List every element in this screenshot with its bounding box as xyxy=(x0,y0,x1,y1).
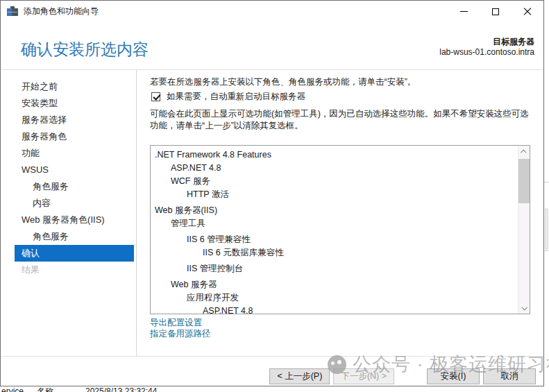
page-title: 确认安装所选内容 xyxy=(21,39,149,60)
optional-features-note: 可能会在此页面上显示可选功能(如管理工具)，因为已自动选择这些功能。如果不希望安… xyxy=(150,108,537,132)
maximize-icon xyxy=(492,8,499,15)
listbox-scrollbar[interactable] xyxy=(518,146,530,314)
restart-checkbox-label: 如果需要，自动重新启动目标服务器 xyxy=(167,91,305,103)
restart-checkbox-row: 如果需要，自动重新启动目标服务器 xyxy=(151,91,305,103)
sidebar-item: 结果 xyxy=(15,262,134,278)
selection-tree-item: Web 服务器(IIS) xyxy=(151,204,514,217)
action-links: 导出配置设置指定备用源路径 xyxy=(150,317,211,339)
next-button: 下一步(N) > xyxy=(333,368,394,384)
previous-button[interactable]: < 上一步(P) xyxy=(269,368,330,384)
sidebar-item[interactable]: 确认 xyxy=(15,245,134,262)
background-text-fragment: 名称 xyxy=(37,386,53,392)
intro-text: 若要在所选服务器上安装以下角色、角色服务或功能，请单击“安装”。 xyxy=(150,76,539,88)
minimize-icon xyxy=(460,11,468,12)
selection-tree-item: IIS 6 管理兼容性 xyxy=(151,233,514,246)
background-window-bottom-strip: ervice名称2025/8/13 23:32:44 xyxy=(0,386,549,392)
sidebar-item[interactable]: 功能 xyxy=(15,145,134,162)
sidebar-item[interactable]: 内容 xyxy=(15,195,134,212)
install-button[interactable]: 安装(I) xyxy=(427,368,480,384)
selection-tree-item: Web 服务器 xyxy=(151,278,514,291)
scroll-up-button[interactable] xyxy=(518,146,530,157)
selection-tree: .NET Framework 4.8 FeaturesASP.NET 4.8WC… xyxy=(151,148,514,314)
selection-tree-item: 管理工具 xyxy=(151,217,514,230)
background-window-right-sliver xyxy=(544,0,549,386)
title-bar: 添加角色和功能向导 xyxy=(1,1,543,22)
export-config-settings-link[interactable]: 导出配置设置 xyxy=(150,317,211,328)
selection-tree-item: IIS 6 元数据库兼容性 xyxy=(151,246,514,259)
sidebar-item[interactable]: WSUS xyxy=(15,162,134,178)
target-server-label: 目标服务器 xyxy=(439,37,534,47)
add-roles-features-wizard-window: 添加角色和功能向导 确认安装所选内容 目标服务器 lab-wsus-01.con… xyxy=(0,0,544,386)
sidebar-item[interactable]: 安装类型 xyxy=(15,95,134,112)
selection-listbox: .NET Framework 4.8 FeaturesASP.NET 4.8WC… xyxy=(150,145,530,314)
scroll-down-button[interactable] xyxy=(518,302,530,314)
selection-tree-item: HTTP 激活 xyxy=(151,188,514,201)
background-text-fragment: 2025/8/13 23:32:44 xyxy=(85,386,157,392)
selection-tree-item: ASP.NET 4.8 xyxy=(151,162,514,175)
chevron-down-icon xyxy=(521,305,527,310)
background-divider-line xyxy=(544,250,549,251)
selection-tree-item: 应用程序开发 xyxy=(151,291,514,305)
maximize-button[interactable] xyxy=(480,1,512,22)
selection-tree-item: WCF 服务 xyxy=(151,175,514,188)
selection-tree-item: ASP.NET 4.8 xyxy=(151,305,514,314)
sidebar-item[interactable]: 服务器角色 xyxy=(15,128,134,145)
minimize-button[interactable] xyxy=(448,1,480,22)
background-divider-line xyxy=(544,182,549,182)
chevron-up-icon xyxy=(521,149,526,155)
close-button[interactable] xyxy=(512,1,543,22)
sidebar-item[interactable]: Web 服务器角色(IIS) xyxy=(15,212,134,228)
sidebar-item[interactable]: 角色服务 xyxy=(15,178,134,195)
wizard-nav-list: 开始之前安装类型服务器选择服务器角色功能WSUS角色服务内容Web 服务器角色(… xyxy=(1,70,137,356)
footer-button-bar: < 上一步(P)下一步(N) >安装(I)取消 xyxy=(269,368,536,384)
scrollbar-thumb[interactable] xyxy=(518,159,530,203)
cancel-button[interactable]: 取消 xyxy=(483,368,536,384)
selection-tree-item: IIS 管理控制台 xyxy=(151,262,514,275)
close-icon xyxy=(523,8,532,16)
footer-divider xyxy=(1,356,543,357)
sidebar-item[interactable]: 开始之前 xyxy=(15,78,134,95)
window-controls xyxy=(448,1,543,22)
sidebar-item[interactable]: 角色服务 xyxy=(15,228,134,245)
restart-checkbox[interactable] xyxy=(151,92,160,101)
server-manager-wizard-icon xyxy=(7,6,18,17)
target-server-value: lab-wsus-01.contoso.intra xyxy=(439,47,534,58)
selection-tree-item: .NET Framework 4.8 Features xyxy=(151,148,514,162)
sidebar-item[interactable]: 服务器选择 xyxy=(15,112,134,128)
background-text-fragment: ervice xyxy=(1,386,24,392)
target-server-block: 目标服务器 lab-wsus-01.contoso.intra xyxy=(439,37,534,58)
window-title: 添加角色和功能向导 xyxy=(24,6,99,17)
alternate-source-path-link[interactable]: 指定备用源路径 xyxy=(150,328,211,339)
background-scrollbar-thumb xyxy=(545,208,548,250)
